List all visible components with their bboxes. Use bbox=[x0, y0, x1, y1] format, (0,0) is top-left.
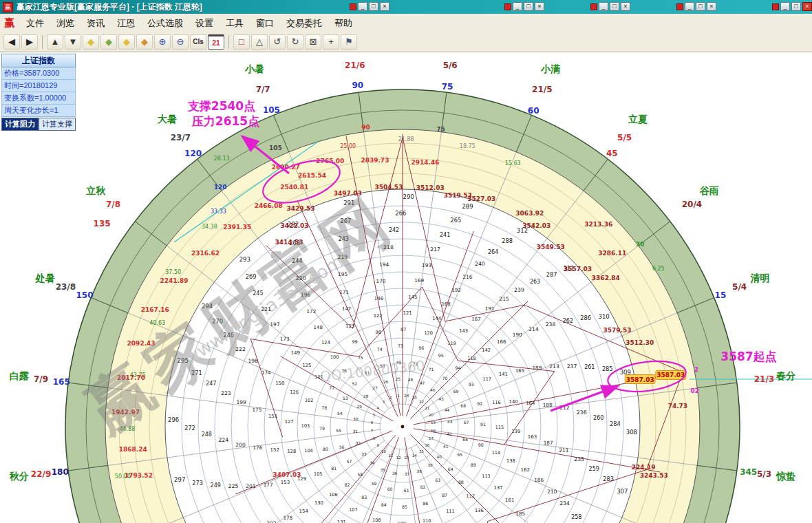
svg-text:大暑: 大暑 bbox=[158, 114, 177, 125]
calendar-21-icon[interactable]: 21 bbox=[208, 34, 224, 50]
box-x-tool-icon[interactable]: ⊠ bbox=[305, 34, 321, 50]
rotate-right-tool-icon[interactable]: ↻ bbox=[287, 34, 303, 50]
rect-tool-icon[interactable]: □ bbox=[233, 34, 250, 50]
svg-text:238: 238 bbox=[546, 321, 556, 328]
svg-text:143: 143 bbox=[459, 328, 468, 334]
menu-item-帮助[interactable]: 帮助 bbox=[328, 16, 359, 30]
svg-text:25: 25 bbox=[396, 377, 401, 381]
svg-text:106: 106 bbox=[329, 492, 337, 498]
svg-text:120: 120 bbox=[214, 184, 227, 191]
diamond-yellow-1-icon[interactable]: ◆ bbox=[83, 34, 99, 50]
svg-text:194: 194 bbox=[379, 262, 389, 268]
svg-text:37: 37 bbox=[405, 472, 410, 476]
minimize-button[interactable]: _ bbox=[358, 2, 367, 11]
svg-text:190: 190 bbox=[513, 332, 522, 338]
svg-text:235: 235 bbox=[574, 456, 584, 462]
svg-text:55: 55 bbox=[336, 428, 341, 433]
menu-item-交易委托[interactable]: 交易委托 bbox=[280, 16, 328, 30]
close-button[interactable]: × bbox=[380, 2, 389, 11]
menu-item-文件[interactable]: 文件 bbox=[20, 16, 50, 30]
minimize-button[interactable]: _ bbox=[780, 2, 790, 11]
svg-text:68: 68 bbox=[460, 403, 466, 408]
svg-text:处暑: 处暑 bbox=[35, 273, 55, 284]
svg-text:145: 145 bbox=[408, 295, 417, 300]
diamond-green-icon[interactable]: ◆ bbox=[100, 34, 117, 50]
svg-text:19: 19 bbox=[431, 420, 436, 425]
menu-item-公式选股[interactable]: 公式选股 bbox=[141, 16, 189, 30]
menu-item-江恩[interactable]: 江恩 bbox=[111, 16, 141, 30]
svg-text:2615.54: 2615.54 bbox=[298, 172, 326, 179]
svg-text:148: 148 bbox=[314, 325, 323, 330]
svg-text:15.63: 15.63 bbox=[505, 160, 521, 167]
diamond-orange-icon[interactable]: ◆ bbox=[136, 34, 153, 50]
svg-text:188: 188 bbox=[543, 402, 553, 408]
svg-text:142: 142 bbox=[482, 348, 491, 353]
close-button[interactable]: × bbox=[802, 2, 812, 11]
svg-text:23/7: 23/7 bbox=[171, 133, 191, 142]
close-button[interactable]: × bbox=[707, 2, 716, 11]
minimize-button[interactable]: _ bbox=[685, 2, 694, 11]
svg-text:白露: 白露 bbox=[10, 370, 30, 381]
svg-text:191: 191 bbox=[485, 306, 495, 312]
draw-up-tool-icon[interactable]: ▲ bbox=[47, 34, 63, 50]
svg-text:26: 26 bbox=[383, 380, 389, 384]
restore-button[interactable]: □ bbox=[610, 2, 619, 11]
svg-text:273: 273 bbox=[192, 480, 203, 487]
flag-tool-icon[interactable]: ⚑ bbox=[341, 34, 357, 50]
svg-text:67: 67 bbox=[464, 420, 469, 425]
menu-item-浏览[interactable]: 浏览 bbox=[50, 16, 81, 30]
svg-text:176: 176 bbox=[253, 445, 262, 451]
gann-wheel-chart[interactable]: 1234567891011121314151617181920212223242… bbox=[0, 52, 812, 523]
svg-text:105: 105 bbox=[314, 471, 322, 477]
svg-text:27: 27 bbox=[372, 386, 378, 390]
rotate-left-tool-icon[interactable]: ↺ bbox=[269, 34, 286, 50]
restore-button[interactable]: □ bbox=[696, 2, 705, 11]
svg-text:74: 74 bbox=[377, 347, 383, 352]
svg-text:3512.30: 3512.30 bbox=[626, 339, 654, 346]
svg-text:78: 78 bbox=[321, 405, 327, 410]
minimize-button[interactable]: _ bbox=[599, 2, 608, 11]
close-button[interactable]: × bbox=[621, 2, 630, 11]
back-icon[interactable]: ◀ bbox=[3, 34, 20, 50]
svg-text:85: 85 bbox=[402, 504, 407, 509]
menu-item-工具[interactable]: 工具 bbox=[220, 16, 250, 30]
menu-item-窗口[interactable]: 窗口 bbox=[250, 16, 280, 30]
svg-text:30: 30 bbox=[636, 241, 645, 248]
close-button[interactable]: × bbox=[535, 2, 544, 11]
restore-button[interactable]: □ bbox=[369, 2, 378, 11]
svg-text:173: 173 bbox=[280, 336, 290, 342]
svg-text:75: 75 bbox=[442, 82, 453, 92]
svg-text:127: 127 bbox=[285, 419, 294, 425]
svg-text:224.19: 224.19 bbox=[632, 464, 656, 471]
svg-text:64: 64 bbox=[448, 467, 453, 471]
crosshair-tool-icon[interactable]: + bbox=[323, 34, 339, 50]
draw-down-tool-icon[interactable]: ▼ bbox=[65, 34, 81, 50]
svg-text:215: 215 bbox=[499, 296, 509, 302]
diamond-yellow-2-icon[interactable]: ◆ bbox=[118, 34, 135, 50]
svg-text:3579.53: 3579.53 bbox=[603, 327, 631, 334]
svg-text:90: 90 bbox=[352, 81, 363, 90]
svg-text:266: 266 bbox=[395, 210, 406, 217]
calc-resistance-button[interactable]: 计算阻力 bbox=[1, 118, 39, 131]
forward-icon[interactable]: ▶ bbox=[21, 34, 38, 50]
cls-icon[interactable]: Cls bbox=[190, 34, 206, 50]
svg-text:61: 61 bbox=[404, 488, 409, 493]
svg-text:97: 97 bbox=[400, 327, 406, 332]
minimize-button[interactable]: _ bbox=[513, 2, 522, 11]
triangle-tool-icon[interactable]: △ bbox=[251, 34, 268, 50]
panel-row-0: 价格=3587.0300 bbox=[1, 67, 76, 80]
menu-item-资讯[interactable]: 资讯 bbox=[81, 16, 111, 30]
svg-text:165: 165 bbox=[515, 368, 524, 374]
zoom-out-icon[interactable]: ⊖ bbox=[172, 34, 189, 50]
menu-item-设置[interactable]: 设置 bbox=[189, 16, 220, 30]
restore-button[interactable]: □ bbox=[524, 2, 533, 11]
restore-button[interactable]: □ bbox=[791, 2, 801, 11]
calc-support-button[interactable]: 计算支撑 bbox=[39, 118, 76, 131]
svg-text:137: 137 bbox=[494, 485, 503, 491]
svg-text:93: 93 bbox=[469, 382, 474, 387]
panel-row-2: 变换系数=1.00000 bbox=[1, 92, 76, 105]
chart-area[interactable]: 1234567891011121314151617181920212223242… bbox=[0, 52, 812, 523]
zoom-in-icon[interactable]: ⊕ bbox=[154, 34, 171, 50]
svg-text:3504.53: 3504.53 bbox=[374, 184, 403, 191]
svg-text:4: 4 bbox=[377, 406, 380, 410]
